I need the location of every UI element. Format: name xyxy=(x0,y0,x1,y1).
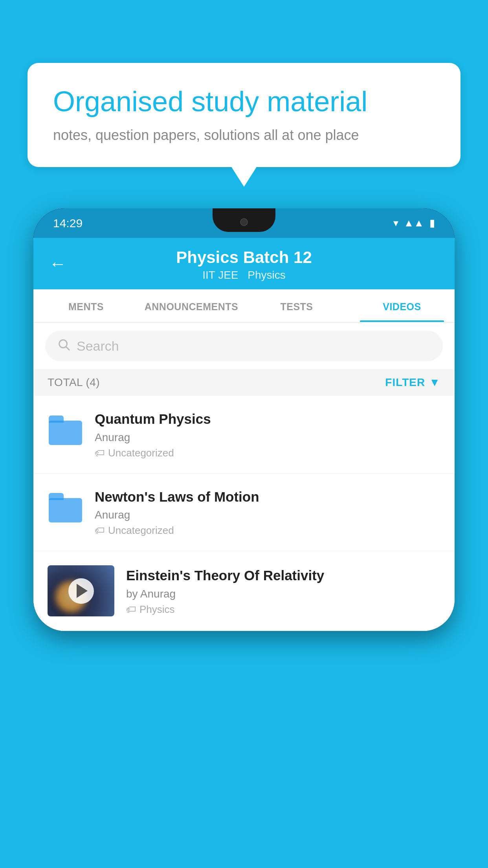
tab-bar: MENTS ANNOUNCEMENTS TESTS VIDEOS xyxy=(33,289,455,323)
status-icons: ▾ ▲▲ ▮ xyxy=(393,217,435,229)
filter-icon: ▼ xyxy=(429,376,440,389)
phone-mockup: 14:29 ▾ ▲▲ ▮ ← Physics Batch 12 xyxy=(33,208,455,868)
folder-front xyxy=(51,501,81,522)
video-info: Quantum Physics Anurag 🏷 Uncategorized xyxy=(95,410,440,459)
tab-tests[interactable]: TESTS xyxy=(244,289,349,322)
tag-icon: 🏷 xyxy=(126,603,136,616)
tag-icon: 🏷 xyxy=(95,447,105,459)
folder-icon xyxy=(49,416,82,445)
list-item[interactable]: Quantum Physics Anurag 🏷 Uncategorized xyxy=(33,396,455,474)
video-author: Anurag xyxy=(95,509,440,521)
search-bar[interactable]: Search xyxy=(45,331,443,361)
video-info: Einstein's Theory Of Relativity by Anura… xyxy=(126,566,440,616)
header-breadcrumb: IIT JEE Physics xyxy=(49,269,439,281)
thumbnail-background xyxy=(48,565,114,616)
video-title: Quantum Physics xyxy=(95,410,440,428)
signal-icon: ▲▲ xyxy=(404,217,424,229)
status-bar: 14:29 ▾ ▲▲ ▮ xyxy=(33,208,455,238)
video-title: Newton's Laws of Motion xyxy=(95,488,440,506)
video-thumbnail xyxy=(48,565,114,616)
search-icon xyxy=(57,338,70,354)
tag-icon: 🏷 xyxy=(95,524,105,537)
play-button[interactable] xyxy=(68,578,94,604)
tag-label: Uncategorized xyxy=(108,524,174,537)
battery-icon: ▮ xyxy=(429,217,435,229)
folder-icon-container xyxy=(48,412,83,448)
play-triangle-icon xyxy=(77,584,88,598)
back-button[interactable]: ← xyxy=(49,254,66,274)
bubble-title: Organised study material xyxy=(53,85,435,118)
video-title: Einstein's Theory Of Relativity xyxy=(126,566,440,585)
list-item[interactable]: Newton's Laws of Motion Anurag 🏷 Uncateg… xyxy=(33,474,455,552)
filter-bar: TOTAL (4) FILTER ▼ xyxy=(33,369,455,396)
app-header: ← Physics Batch 12 IIT JEE Physics xyxy=(33,238,455,289)
speech-bubble-card: Organised study material notes, question… xyxy=(28,63,460,167)
breadcrumb-iitjee: IIT JEE xyxy=(202,269,238,281)
phone-notch xyxy=(213,208,275,232)
video-tag: 🏷 Uncategorized xyxy=(95,447,440,459)
tag-label: Uncategorized xyxy=(108,447,174,459)
svg-line-1 xyxy=(66,347,69,350)
video-author: by Anurag xyxy=(126,588,440,600)
folder-icon xyxy=(49,493,82,522)
video-tag: 🏷 Uncategorized xyxy=(95,524,440,537)
folder-icon-container xyxy=(48,490,83,526)
phone-inner: 14:29 ▾ ▲▲ ▮ ← Physics Batch 12 xyxy=(33,208,455,631)
video-info: Newton's Laws of Motion Anurag 🏷 Uncateg… xyxy=(95,488,440,537)
total-count-label: TOTAL (4) xyxy=(48,376,100,389)
video-list: Quantum Physics Anurag 🏷 Uncategorized xyxy=(33,396,455,631)
phone-frame: 14:29 ▾ ▲▲ ▮ ← Physics Batch 12 xyxy=(33,208,455,631)
bubble-subtitle: notes, question papers, solutions all at… xyxy=(53,127,435,143)
status-time: 14:29 xyxy=(53,217,83,230)
search-container: Search xyxy=(33,323,455,369)
camera-dot xyxy=(240,218,248,226)
search-placeholder: Search xyxy=(77,338,119,354)
folder-front xyxy=(51,423,81,445)
filter-label: FILTER xyxy=(385,376,425,389)
phone-screen: ← Physics Batch 12 IIT JEE Physics MENTS… xyxy=(33,238,455,631)
header-title: Physics Batch 12 xyxy=(49,248,439,267)
folder-tab xyxy=(49,416,64,423)
tab-ments[interactable]: MENTS xyxy=(33,289,139,322)
video-tag: 🏷 Physics xyxy=(126,603,440,616)
filter-button[interactable]: FILTER ▼ xyxy=(385,376,440,389)
video-author: Anurag xyxy=(95,431,440,444)
breadcrumb-physics: Physics xyxy=(248,269,285,281)
tag-label: Physics xyxy=(139,603,175,616)
list-item[interactable]: Einstein's Theory Of Relativity by Anura… xyxy=(33,551,455,631)
tab-videos[interactable]: VIDEOS xyxy=(349,289,455,322)
folder-tab xyxy=(49,493,64,500)
tab-announcements[interactable]: ANNOUNCEMENTS xyxy=(139,289,244,322)
wifi-icon: ▾ xyxy=(393,217,398,229)
